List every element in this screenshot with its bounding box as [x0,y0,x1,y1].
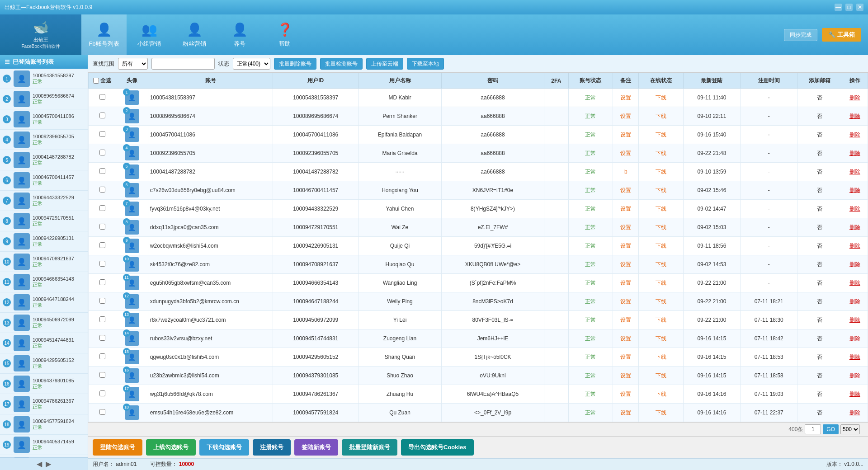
row-checkbox[interactable] [99,205,105,211]
delete-link[interactable]: 删除 [849,150,860,156]
page-size-select[interactable]: 500 100 200 [840,424,860,434]
row-checkbox[interactable] [99,94,105,100]
nav-tab-help[interactable]: ❓ 帮助 [262,14,307,55]
login-new-button[interactable]: 签陆新账号 [294,439,338,456]
sidebar-item[interactable]: 5 👤 100041487288782 正常 [0,150,88,170]
sidebar-item[interactable]: 13 👤 100094506972099 正常 [0,313,88,333]
delete-link[interactable]: 删除 [849,335,860,342]
row-checkbox[interactable] [99,131,105,137]
download-local-button[interactable]: 下载至本地 [407,58,444,70]
batch-check-button[interactable]: 批量检测账号 [320,58,363,70]
close-button[interactable]: ✕ [856,4,863,11]
row-checkbox[interactable] [99,279,105,285]
sidebar-item[interactable]: 6 👤 100046700411457 正常 [0,170,88,191]
note-link[interactable]: 设置 [620,206,631,212]
sidebar-item[interactable]: 8 👤 100094729170551 正常 [0,211,88,231]
note-link[interactable]: 设置 [620,187,631,193]
online-selected-button[interactable]: 上线勾选账号 [146,439,196,456]
register-button[interactable]: 注册账号 [253,439,291,456]
note-link[interactable]: 设置 [620,150,631,156]
delete-link[interactable]: 删除 [849,132,860,138]
nav-tab-fans-marketing[interactable]: 👤 粉丝营销 [172,14,217,55]
page-go-button[interactable]: GO [823,424,839,434]
note-link[interactable]: 设置 [620,261,631,268]
note-link[interactable]: 设置 [620,317,631,323]
note-link[interactable]: 设置 [620,354,631,360]
sidebar-item[interactable]: 9 👤 100094226905131 正常 [0,231,88,252]
sidebar-item[interactable]: 4 👤 100092396055705 正常 [0,130,88,150]
sidebar-scroll-right[interactable]: ▶ [45,460,52,468]
delete-link[interactable]: 删除 [849,391,860,397]
batch-delete-button[interactable]: 批量删除账号 [274,58,316,70]
delete-link[interactable]: 删除 [849,261,860,268]
row-checkbox[interactable] [99,298,105,304]
delete-link[interactable]: 删除 [849,409,860,416]
delete-link[interactable]: 删除 [849,280,860,286]
sidebar-item[interactable]: 16 👤 100094379301085 正常 [0,374,88,394]
delete-link[interactable]: 删除 [849,243,860,249]
note-link[interactable]: 设置 [620,224,631,230]
delete-link[interactable]: 删除 [849,113,860,119]
row-checkbox[interactable] [99,335,105,341]
row-checkbox[interactable] [99,224,105,230]
nav-tab-nurture[interactable]: 👤 养号 [217,14,262,55]
minimize-button[interactable]: — [835,4,842,11]
delete-link[interactable]: 删除 [849,354,860,360]
batch-login-new-button[interactable]: 批量登陆新账号 [342,439,397,456]
sync-button[interactable]: 同步完成 [784,29,817,41]
nav-tab-fb-accounts[interactable]: 👤 Fb账号列表 [81,14,127,55]
sidebar-item[interactable]: 2 👤 100089695686674 正常 [0,89,88,109]
row-checkbox[interactable] [99,187,105,193]
page-number-input[interactable] [805,424,821,434]
select-all-checkbox[interactable] [93,78,99,84]
sidebar-item[interactable]: 15 👤 100094295605152 正常 [0,353,88,374]
row-checkbox[interactable] [99,113,105,118]
row-checkbox[interactable] [99,409,105,415]
row-checkbox[interactable] [99,150,105,155]
row-checkbox[interactable] [99,353,105,359]
row-checkbox[interactable] [99,261,105,267]
row-checkbox[interactable] [99,372,105,378]
export-cookies-button[interactable]: 导出勾选账号Cookies [401,439,474,456]
note-link[interactable]: 设置 [620,113,631,119]
note-link[interactable]: 设置 [620,94,631,101]
toolbox-button[interactable]: 🔧 工具箱 [822,28,861,42]
row-checkbox[interactable] [99,242,105,248]
sidebar-item[interactable]: 10 👤 100094708921637 正常 [0,252,88,272]
maximize-button[interactable]: □ [845,4,853,11]
note-link[interactable]: b [624,169,627,175]
note-link[interactable]: 设置 [620,280,631,286]
note-link[interactable]: 设置 [620,391,631,397]
offline-selected-button[interactable]: 下线勾选账号 [199,439,249,456]
sidebar-item[interactable]: 14 👤 100094514744831 正常 [0,333,88,353]
row-checkbox[interactable] [99,316,105,322]
sidebar-item[interactable]: 3 👤 100045700411086 正常 [0,109,88,130]
delete-link[interactable]: 删除 [849,94,860,101]
login-selected-button[interactable]: 登陆勾选账号 [93,439,142,456]
row-checkbox[interactable] [99,168,105,174]
sidebar-item[interactable]: 12 👤 100094647188244 正常 [0,292,88,313]
note-link[interactable]: 设置 [620,372,631,379]
note-link[interactable]: 设置 [620,335,631,342]
note-link[interactable]: 设置 [620,132,631,138]
search-range-select[interactable]: 所有 账号 用户名 [118,58,148,70]
nav-tab-group-marketing[interactable]: 👥 小组营销 [127,14,172,55]
sidebar-scroll-left[interactable]: ◀ [36,460,43,468]
note-link[interactable]: 设置 [620,409,631,416]
delete-link[interactable]: 删除 [849,372,860,379]
note-link[interactable]: 设置 [620,298,631,305]
sidebar-item[interactable]: 18 👤 100094577591824 正常 [0,414,88,435]
delete-link[interactable]: 删除 [849,206,860,212]
delete-link[interactable]: 删除 [849,298,860,305]
sidebar-item[interactable]: 17 👤 100094786261367 正常 [0,394,88,414]
delete-link[interactable]: 删除 [849,169,860,175]
status-select[interactable]: 正常(400) 全部 异常 [233,58,270,70]
delete-link[interactable]: 删除 [849,224,860,230]
delete-link[interactable]: 删除 [849,187,860,193]
sidebar-item[interactable]: 11 👤 100094666354143 正常 [0,272,88,292]
sidebar-item[interactable]: 19 👤 100094405371459 正常 [0,435,88,455]
note-link[interactable]: 设置 [620,243,631,249]
upload-cloud-button[interactable]: 上传至云端 [366,58,403,70]
row-checkbox[interactable] [99,390,105,396]
sidebar-item[interactable]: 7 👤 100094433322529 正常 [0,191,88,211]
